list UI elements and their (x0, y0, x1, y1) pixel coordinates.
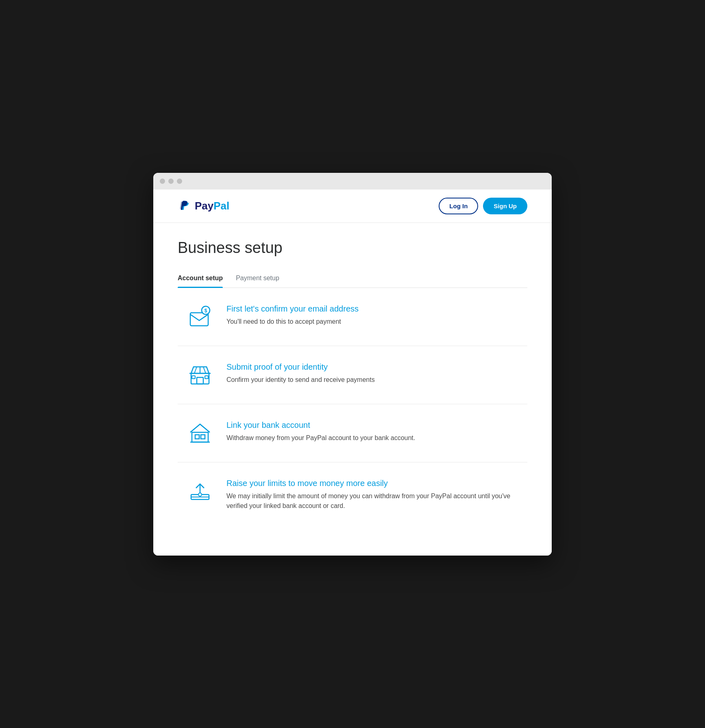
store-icon (186, 361, 214, 389)
setup-item-identity: Submit proof of your identity Confirm yo… (178, 346, 527, 404)
svg-text:$: $ (205, 308, 207, 314)
upload-icon (186, 477, 214, 506)
setup-title-identity[interactable]: Submit proof of your identity (226, 362, 519, 372)
setup-text-identity: Submit proof of your identity Confirm yo… (226, 361, 519, 385)
svg-rect-8 (192, 376, 195, 379)
main-content: Business setup Account setup Payment set… (153, 223, 552, 550)
tab-account-setup[interactable]: Account setup (178, 269, 223, 288)
logo-pal: Pal (213, 200, 229, 212)
svg-line-6 (203, 367, 206, 373)
logo-pay: Pay (195, 200, 213, 212)
tab-payment-setup-label: Payment setup (236, 275, 279, 281)
setup-title-bank[interactable]: Link your bank account (226, 421, 519, 430)
traffic-light-maximize[interactable] (177, 179, 182, 184)
setup-desc-identity: Confirm your identity to send and receiv… (226, 375, 519, 385)
setup-item-confirm-email: $ First let's confirm your email address… (178, 288, 527, 346)
svg-line-4 (194, 367, 197, 373)
setup-item-bank: Link your bank account Withdraw money fr… (178, 404, 527, 462)
tab-account-setup-label: Account setup (178, 275, 223, 281)
svg-rect-7 (197, 377, 203, 384)
logo-text: PayPal (195, 200, 229, 212)
signup-button[interactable]: Sign Up (483, 198, 527, 214)
page-content: PayPal Log In Sign Up Business setup Acc… (153, 190, 552, 556)
email-icon: $ (186, 303, 214, 331)
page-title: Business setup (178, 239, 527, 257)
setup-desc-confirm-email: You'll need to do this to accept payment (226, 317, 519, 327)
setup-desc-bank: Withdraw money from your PayPal account … (226, 433, 519, 443)
bank-icon (186, 419, 214, 447)
setup-text-bank: Link your bank account Withdraw money fr… (226, 419, 519, 443)
tabs: Account setup Payment setup (178, 269, 527, 288)
paypal-logo-icon (178, 198, 192, 213)
setup-desc-limits: We may initially limit the amount of mon… (226, 491, 519, 511)
svg-rect-11 (201, 435, 205, 439)
setup-item-limits: Raise your limits to move money more eas… (178, 462, 527, 525)
setup-title-confirm-email[interactable]: First let's confirm your email address (226, 304, 519, 314)
svg-rect-9 (205, 376, 208, 379)
header-actions: Log In Sign Up (439, 198, 527, 214)
svg-point-16 (198, 493, 202, 496)
tab-payment-setup[interactable]: Payment setup (236, 269, 279, 288)
setup-text-confirm-email: First let's confirm your email address Y… (226, 303, 519, 327)
svg-rect-10 (195, 435, 199, 439)
setup-text-limits: Raise your limits to move money more eas… (226, 477, 519, 511)
setup-list: $ First let's confirm your email address… (178, 288, 527, 525)
setup-title-limits[interactable]: Raise your limits to move money more eas… (226, 479, 519, 488)
login-button[interactable]: Log In (439, 198, 478, 214)
browser-window: PayPal Log In Sign Up Business setup Acc… (153, 173, 552, 556)
browser-chrome (153, 173, 552, 190)
traffic-light-minimize[interactable] (168, 179, 174, 184)
site-header: PayPal Log In Sign Up (153, 190, 552, 223)
logo: PayPal (178, 198, 229, 213)
traffic-light-close[interactable] (160, 179, 165, 184)
